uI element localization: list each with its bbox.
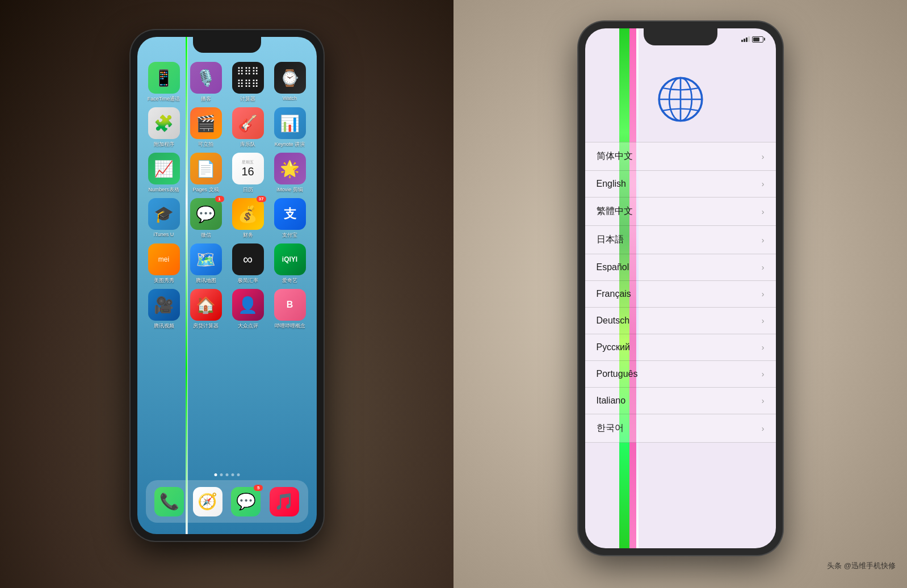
app-meituan[interactable]: mei 美图秀秀: [145, 243, 183, 284]
signal-bar-1: [741, 40, 743, 42]
keynote-label: Keynote 讲演: [275, 141, 305, 148]
language-list: 简体中文 › English › 繁體中文 › 日本語 › Español: [585, 142, 776, 548]
page-dots: [214, 473, 240, 476]
garageband-label: 库乐队: [240, 141, 255, 148]
app-imovie[interactable]: 🌟 iMovie 剪辑: [271, 153, 309, 194]
finance-label: 财务: [243, 232, 253, 239]
globe-svg: [655, 74, 706, 125]
dock-music[interactable]: 🎵: [270, 487, 299, 516]
chevron-english: ›: [762, 179, 765, 188]
lang-russian: Русский: [597, 342, 630, 352]
phone-icon: 📞: [154, 487, 184, 516]
app-calculator[interactable]: ⠿⠿⠿⠿⠿⠿ 计算器: [229, 62, 267, 103]
chevron-russian: ›: [762, 343, 765, 352]
dock-safari[interactable]: 🧭: [193, 487, 222, 516]
phone-screen-right: 简体中文 › English › 繁體中文 › 日本語 › Español: [585, 28, 776, 548]
lang-item-japanese[interactable]: 日本語 ›: [585, 226, 776, 254]
app-finance[interactable]: 💰37 财务: [229, 198, 267, 239]
tencent-video-label: 腾讯视频: [154, 322, 174, 330]
watch-icon: ⌚: [274, 62, 306, 94]
music-icon: 🎵: [270, 487, 299, 516]
app-calendar[interactable]: 星期五16 日历: [229, 153, 267, 194]
app-garageband[interactable]: 🎸 库乐队: [229, 107, 267, 148]
signal-bar-4: [748, 36, 750, 42]
alipay-icon: 支: [274, 198, 306, 230]
chevron-traditional: ›: [762, 207, 765, 216]
app-addons[interactable]: 🧩 附加程序: [145, 107, 183, 148]
app-amap[interactable]: 🗺️ 腾讯地图: [187, 243, 225, 284]
lang-item-simplified[interactable]: 简体中文 ›: [585, 142, 776, 171]
numbers-label: Numbers表格: [148, 186, 179, 194]
app-pages[interactable]: 📄 Pages 文稿: [187, 153, 225, 194]
lang-item-german[interactable]: Deutsch ›: [585, 308, 776, 334]
lang-traditional-chinese: 繁體中文: [597, 205, 633, 217]
signal-bar-2: [744, 39, 745, 42]
app-wechat[interactable]: 💬1 微信: [187, 198, 225, 239]
watermark-text: 头条 @迅维手机快修: [827, 561, 896, 570]
phone-right: 简体中文 › English › 繁體中文 › 日本語 › Español: [578, 22, 783, 555]
calculator-label: 计算器: [240, 95, 255, 103]
calculator-icon: ⠿⠿⠿⠿⠿⠿: [232, 62, 264, 94]
watch-label: Watch: [283, 95, 297, 101]
facetime-label: FaceTime通话: [148, 95, 180, 103]
fang-label: 房贷计算器: [193, 322, 219, 330]
chevron-german: ›: [762, 316, 765, 325]
lang-item-russian[interactable]: Русский ›: [585, 334, 776, 361]
podcast-icon: 🎙️: [190, 62, 222, 94]
app-dianping[interactable]: 👤 大众点评: [229, 289, 267, 330]
chevron-spanish: ›: [762, 263, 765, 272]
lang-item-spanish[interactable]: Español ›: [585, 254, 776, 281]
chevron-portuguese: ›: [762, 369, 765, 379]
lang-item-korean[interactable]: 한국어 ›: [585, 414, 776, 443]
messages-icon: 💬5: [231, 487, 261, 516]
lang-portuguese: Português: [597, 369, 638, 379]
lang-italian: Italiano: [597, 396, 626, 406]
imovie-label: iMovie 剪辑: [276, 186, 303, 194]
lang-french: Français: [597, 289, 631, 299]
jijian-icon: ∞: [232, 243, 264, 275]
pages-label: Pages 文稿: [192, 186, 219, 194]
chevron-italian: ›: [762, 396, 765, 405]
meituan-label: 美图秀秀: [154, 277, 174, 284]
notch-left: [193, 37, 261, 53]
app-numbers[interactable]: 📈 Numbers表格: [145, 153, 183, 194]
dock-messages[interactable]: 💬5: [231, 487, 261, 516]
wechat-icon: 💬1: [190, 198, 222, 230]
app-tencent-video[interactable]: 🎥 腾讯视频: [145, 289, 183, 330]
dock-phone[interactable]: 📞: [154, 487, 184, 516]
app-fang[interactable]: 🏠 房贷计算器: [187, 289, 225, 330]
lang-item-italian[interactable]: Italiano ›: [585, 388, 776, 414]
amap-label: 腾讯地图: [196, 277, 216, 284]
garageband-icon: 🎸: [232, 107, 264, 139]
lang-korean: 한국어: [597, 422, 624, 434]
app-alipay[interactable]: 支 支付宝: [271, 198, 309, 239]
addons-icon: 🧩: [148, 107, 180, 139]
keynote-icon: 📊: [274, 107, 306, 139]
lang-german: Deutsch: [597, 316, 630, 326]
bilibili-label: 哔哩哔哩概念: [275, 322, 305, 330]
app-jijian[interactable]: ∞ 极简汇率: [229, 243, 267, 284]
safari-icon: 🧭: [193, 487, 222, 516]
watermark: 头条 @迅维手机快修: [827, 561, 896, 571]
app-bilibili[interactable]: B 哔哩哔哩概念: [271, 289, 309, 330]
lang-item-portuguese[interactable]: Português ›: [585, 361, 776, 388]
app-keynote[interactable]: 📊 Keynote 讲演: [271, 107, 309, 148]
lang-item-french[interactable]: Français ›: [585, 281, 776, 308]
app-itunes[interactable]: 🎓 iTunes U: [145, 198, 183, 239]
tencent-video-icon: 🎥: [148, 289, 180, 321]
addons-label: 附加程序: [154, 141, 174, 148]
calendar-icon: 星期五16: [232, 153, 264, 184]
app-podcast[interactable]: 🎙️ 播客: [187, 62, 225, 103]
app-clips[interactable]: 🎬 可立拍: [187, 107, 225, 148]
globe-container: [655, 74, 706, 127]
lang-item-english[interactable]: English ›: [585, 171, 776, 198]
app-grid: 📱 FaceTime通话 🎙️ 播客 ⠿⠿⠿⠿⠿⠿ 计算器 ⌚ Watch: [143, 60, 311, 332]
phone-screen-left: 📱 FaceTime通话 🎙️ 播客 ⠿⠿⠿⠿⠿⠿ 计算器 ⌚ Watch: [137, 37, 317, 534]
app-watch[interactable]: ⌚ Watch: [271, 62, 309, 103]
phone-left: 📱 FaceTime通话 🎙️ 播客 ⠿⠿⠿⠿⠿⠿ 计算器 ⌚ Watch: [131, 30, 324, 541]
lang-item-traditional[interactable]: 繁體中文 ›: [585, 198, 776, 226]
app-iqiyi[interactable]: iQIYI 爱奇艺: [271, 243, 309, 284]
dot-3: [225, 473, 228, 476]
app-facetime[interactable]: 📱 FaceTime通话: [145, 62, 183, 103]
right-section: 简体中文 › English › 繁體中文 › 日本語 › Español: [454, 0, 907, 588]
